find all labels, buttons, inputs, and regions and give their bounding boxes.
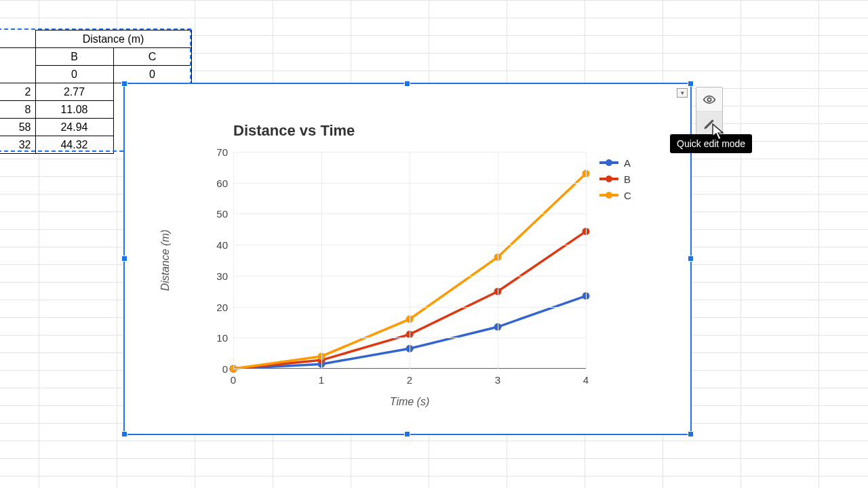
chart-legend[interactable]: ABC bbox=[599, 155, 631, 203]
y-tick-label: 50 bbox=[216, 208, 228, 220]
table-header-group: Distance (m) bbox=[35, 30, 191, 48]
tooltip: Quick edit mode bbox=[670, 134, 752, 153]
table-col-B: B bbox=[35, 48, 113, 66]
x-axis-label[interactable]: Time (s) bbox=[390, 396, 430, 408]
legend-swatch bbox=[599, 161, 618, 164]
y-tick-label: 20 bbox=[216, 301, 228, 312]
resize-handle[interactable] bbox=[404, 81, 410, 87]
legend-swatch bbox=[599, 194, 618, 197]
y-tick-label: 0 bbox=[222, 363, 228, 375]
resize-handle[interactable] bbox=[121, 256, 127, 262]
y-tick-label: 60 bbox=[216, 177, 228, 188]
gridline bbox=[410, 152, 410, 369]
x-tick-label: 1 bbox=[319, 374, 324, 386]
legend-item-A[interactable]: A bbox=[599, 155, 631, 171]
gridline bbox=[498, 152, 498, 369]
y-tick-label: 40 bbox=[216, 239, 228, 251]
legend-swatch bbox=[599, 178, 618, 180]
quick-edit-mode-button[interactable] bbox=[696, 112, 722, 136]
x-tick-label: 2 bbox=[407, 374, 412, 386]
y-tick-label: 70 bbox=[216, 146, 228, 158]
gridline bbox=[586, 152, 587, 369]
svg-point-0 bbox=[707, 98, 711, 101]
gridline bbox=[321, 152, 322, 369]
chart-object[interactable]: ▾ Distance vs Time Time (s) Distance (m)… bbox=[123, 83, 692, 435]
resize-handle[interactable] bbox=[688, 256, 694, 262]
chart-plot-area[interactable]: Time (s) Distance (m) 010203040506070012… bbox=[233, 152, 586, 369]
x-tick-label: 0 bbox=[231, 374, 236, 386]
table-col-C: C bbox=[113, 48, 191, 66]
y-axis-label[interactable]: Distance (m) bbox=[159, 230, 172, 291]
resize-handle[interactable] bbox=[121, 431, 127, 437]
view-mode-button[interactable] bbox=[696, 87, 722, 112]
resize-handle[interactable] bbox=[404, 431, 410, 437]
chart-edit-toolbar bbox=[696, 87, 723, 137]
y-tick-label: 10 bbox=[216, 332, 228, 344]
pencil-icon bbox=[703, 117, 716, 131]
resize-handle[interactable] bbox=[688, 81, 694, 87]
legend-item-C[interactable]: C bbox=[599, 187, 631, 203]
legend-item-B[interactable]: B bbox=[599, 171, 631, 187]
chart-title[interactable]: Distance vs Time bbox=[233, 122, 355, 140]
resize-handle[interactable] bbox=[688, 431, 694, 437]
gridline bbox=[233, 369, 586, 369]
x-tick-label: 3 bbox=[495, 374, 500, 386]
legend-label: A bbox=[624, 157, 631, 169]
eye-icon bbox=[703, 93, 716, 106]
legend-label: C bbox=[624, 190, 631, 201]
resize-handle[interactable] bbox=[121, 81, 127, 87]
chart-menu-dropdown[interactable]: ▾ bbox=[677, 88, 688, 98]
table-row[interactable]: 0 0 bbox=[0, 66, 191, 83]
y-tick-label: 30 bbox=[216, 270, 228, 281]
gridline bbox=[233, 152, 234, 369]
chart-series-svg bbox=[233, 152, 437, 253]
legend-label: B bbox=[624, 174, 631, 185]
x-tick-label: 4 bbox=[583, 374, 589, 386]
